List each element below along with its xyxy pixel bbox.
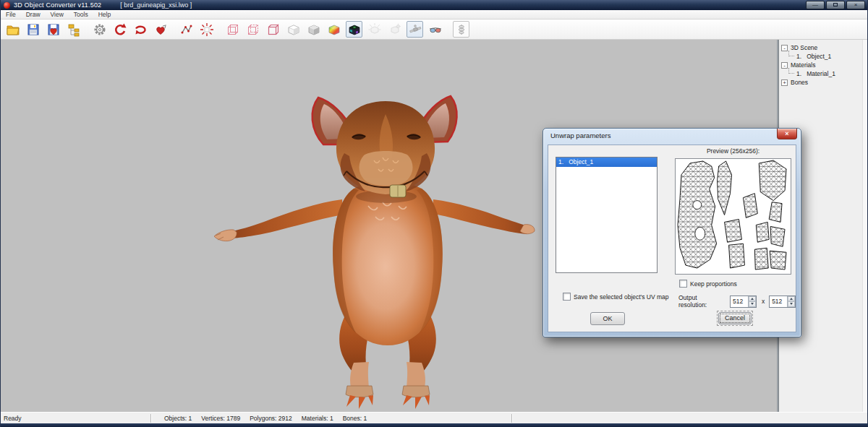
- light-cube-button[interactable]: [366, 21, 383, 38]
- dialog-close-button[interactable]: ×: [777, 129, 797, 139]
- wireframe-cube-hidden-button[interactable]: [244, 21, 261, 38]
- save-uv-checkbox[interactable]: [563, 293, 571, 301]
- menu-item-tools[interactable]: Tools: [69, 10, 93, 19]
- keep-proportions-checkbox[interactable]: [679, 280, 687, 288]
- shaded-cube-icon: [307, 22, 321, 37]
- solid-cube-icon: [286, 22, 301, 37]
- dialog-client-area: 1. Object_1 Preview (256x256):: [548, 145, 796, 332]
- save-favorite-icon: [46, 22, 61, 37]
- explode-button[interactable]: [198, 21, 215, 38]
- toolbar: [1, 20, 867, 40]
- window-bottom-border: [1, 423, 867, 427]
- open-file-button[interactable]: [4, 21, 21, 38]
- textured-cube-button[interactable]: [346, 21, 362, 38]
- rotate-360-button[interactable]: [132, 21, 148, 38]
- color-cube-button[interactable]: [326, 21, 342, 38]
- object-list-item-selected[interactable]: 1. Object_1: [556, 158, 657, 167]
- status-polygons: Polygons: 2912: [250, 415, 292, 422]
- menubar: File Draw View Tools Help: [1, 10, 867, 20]
- shaded-cube-button[interactable]: [305, 21, 322, 38]
- save-favorite-button[interactable]: [45, 21, 61, 38]
- rotate-left-button[interactable]: [111, 21, 128, 38]
- unwrap-parameters-dialog: Unwrap parameters × 1. Object_1 Preview …: [542, 128, 801, 337]
- wireframe-cube-culled-button[interactable]: [265, 21, 281, 38]
- tree-label-object-1: 1. Object_1: [796, 53, 831, 60]
- bones-list-icon: [454, 22, 469, 37]
- save-uv-label: Save the selected object's UV map: [574, 293, 669, 301]
- heart-transform-icon: [153, 22, 168, 37]
- rotate-360-icon: [133, 22, 148, 37]
- status-vertices: Vertices: 1789: [201, 415, 240, 422]
- save-file-button[interactable]: [25, 21, 41, 38]
- tree-node-bones[interactable]: + Bones: [781, 78, 866, 87]
- collapse-icon[interactable]: -: [781, 62, 788, 69]
- status-stats: Objects: 1 Vertices: 1789 Polygons: 2912…: [151, 415, 511, 422]
- vertex-tool-button[interactable]: [178, 21, 195, 38]
- uv-preview: [675, 158, 791, 275]
- menu-item-file[interactable]: File: [1, 10, 21, 19]
- menu-item-draw[interactable]: Draw: [21, 10, 46, 19]
- width-spin-up-button[interactable]: [749, 296, 756, 302]
- width-spin-down-button[interactable]: [749, 301, 756, 307]
- arrow-up-icon: [790, 298, 793, 300]
- resolution-separator: x: [762, 298, 765, 305]
- status-materials: Materials: 1: [302, 415, 333, 422]
- save-uv-row: Save the selected object's UV map: [563, 293, 669, 301]
- wireframe-cube-culled-icon: [266, 22, 281, 37]
- output-height-spinner[interactable]: 512: [769, 296, 796, 308]
- object-listbox[interactable]: 1. Object_1: [556, 157, 658, 273]
- document-name: [ brd_guineapig_xsi.lwo ]: [120, 1, 192, 9]
- light-object-cube-icon: [388, 22, 402, 37]
- light-cube-icon: [367, 22, 382, 37]
- wireframe-cube-button[interactable]: [224, 21, 241, 38]
- output-width-value[interactable]: 512: [731, 296, 748, 307]
- anaglyph-glasses-button[interactable]: [427, 21, 443, 38]
- output-resolution-row: Output resolution: 512 x 512: [678, 294, 796, 309]
- output-width-spinner[interactable]: 512: [730, 296, 757, 308]
- collapse-icon[interactable]: -: [781, 45, 788, 51]
- cancel-button-focus-ring: Cancel: [717, 311, 753, 326]
- tree-connector: [788, 51, 794, 56]
- settings-button[interactable]: [91, 21, 108, 38]
- explode-icon: [200, 22, 214, 37]
- tree-label-material-1: 1. Material_1: [796, 70, 835, 77]
- maximize-button[interactable]: [826, 1, 845, 9]
- cancel-button[interactable]: Cancel: [718, 312, 752, 324]
- arrow-down-icon: [790, 303, 793, 305]
- export-scene-icon: [67, 22, 81, 37]
- bones-list-button[interactable]: [453, 21, 469, 38]
- preview-label: Preview (256x256):: [675, 147, 791, 155]
- height-spin-up-button[interactable]: [788, 296, 795, 302]
- arrow-down-icon: [751, 303, 754, 305]
- status-bones: Bones: 1: [343, 415, 367, 422]
- tree-scrollbar[interactable]: [862, 40, 867, 412]
- rotate-left-icon: [113, 22, 127, 37]
- tree-node-material-1[interactable]: 1. Material_1: [781, 69, 866, 78]
- menu-item-help[interactable]: Help: [93, 10, 116, 19]
- height-spin-down-button[interactable]: [788, 301, 795, 307]
- export-scene-button[interactable]: [65, 21, 82, 38]
- light-object-cube-button[interactable]: [386, 21, 403, 38]
- solid-cube-button[interactable]: [285, 21, 302, 38]
- minimize-button[interactable]: —: [806, 1, 825, 9]
- app-icon: [4, 2, 10, 9]
- heart-transform-button[interactable]: [152, 21, 169, 38]
- close-button[interactable]: ×: [846, 1, 865, 9]
- ok-button[interactable]: OK: [590, 312, 625, 325]
- menu-item-view[interactable]: View: [46, 10, 69, 19]
- wireframe-cube-icon: [226, 22, 240, 37]
- anaglyph-glasses-icon: [428, 22, 443, 37]
- app-window: 3D Object Converter v11.502 [ brd_guinea…: [0, 0, 868, 427]
- arrow-up-icon: [751, 298, 754, 300]
- titlebar: 3D Object Converter v11.502 [ brd_guinea…: [1, 0, 867, 10]
- settings-gear-icon: [93, 22, 107, 37]
- textured-cube-icon: [347, 22, 362, 37]
- output-height-value[interactable]: 512: [770, 296, 787, 307]
- camera-satellite-button[interactable]: [407, 21, 423, 38]
- tree-node-object-1[interactable]: 1. Object_1: [781, 52, 866, 61]
- scene-tree: - 3D Scene 1. Object_1 - Materials 1. Ma…: [779, 40, 867, 87]
- expand-icon[interactable]: +: [781, 79, 788, 86]
- tree-label-3d-scene: 3D Scene: [791, 44, 817, 51]
- tree-label-bones: Bones: [791, 79, 808, 86]
- status-objects: Objects: 1: [164, 415, 192, 422]
